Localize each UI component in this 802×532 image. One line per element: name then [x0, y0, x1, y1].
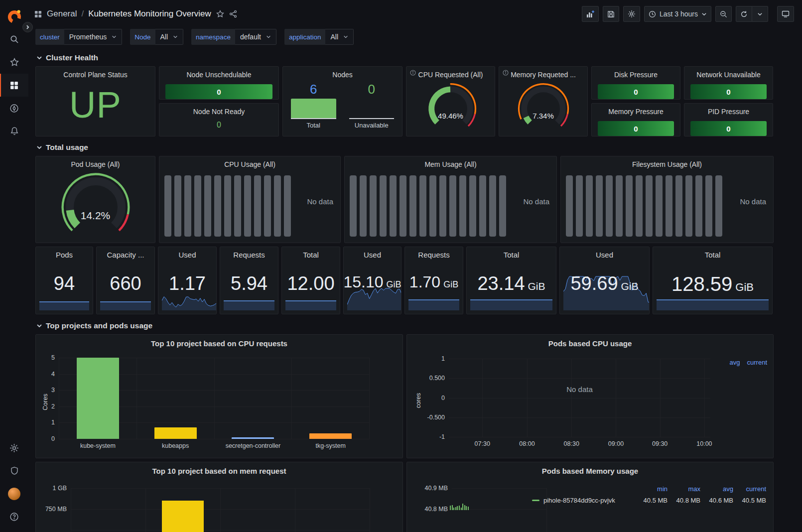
legend-header-max[interactable]: max: [668, 485, 700, 493]
panel-title[interactable]: Requests: [405, 247, 463, 261]
bar-gauge-bar: [566, 175, 573, 237]
variable-namespace-label: namespace: [191, 29, 235, 45]
dashboards-icon[interactable]: [0, 74, 28, 97]
breadcrumb-separator: /: [81, 9, 84, 19]
panel-title[interactable]: Memory Requeted ...: [499, 67, 587, 80]
stat-value: 1.70: [409, 274, 440, 290]
bar-gauge-bar: [409, 175, 416, 237]
variable-node-value[interactable]: All: [155, 29, 184, 45]
panel-title[interactable]: Disk Pressure: [592, 67, 680, 80]
panel-title[interactable]: Pods based Memory usage: [407, 467, 773, 475]
section-cluster-health[interactable]: Cluster Health: [35, 50, 795, 66]
panel-title[interactable]: Memory Pressure: [592, 104, 680, 117]
apps-grid-icon[interactable]: [34, 10, 42, 18]
breadcrumb-folder[interactable]: General: [47, 9, 77, 19]
panel-title[interactable]: CPU Usage (All): [159, 156, 340, 170]
bar-gauge-bar: [576, 175, 583, 237]
variable-node-label: Node: [130, 29, 155, 45]
panel-title[interactable]: Pods: [36, 247, 93, 261]
bar-secretgen-controller: [232, 437, 274, 439]
stat-cpu-total: Total 12.00: [281, 247, 340, 314]
panel-title[interactable]: PID Pressure: [684, 104, 773, 117]
cycle-view-mode-button[interactable]: [777, 6, 794, 22]
star-dashboard-icon[interactable]: [216, 10, 224, 18]
panel-title[interactable]: Node Unschedulable: [159, 67, 278, 80]
save-dashboard-button[interactable]: [603, 6, 619, 22]
panel-title[interactable]: Control Plane Status: [36, 67, 155, 80]
panel-title[interactable]: Capacity ...: [97, 247, 154, 261]
chart-legend: avg current: [730, 359, 767, 366]
panel-title[interactable]: Total: [653, 247, 772, 261]
stat-value: 5.94: [231, 274, 267, 293]
variable-application-value[interactable]: All: [325, 29, 354, 45]
variable-namespace-value[interactable]: default: [235, 29, 276, 45]
explore-compass-icon[interactable]: [0, 97, 28, 120]
panel-title[interactable]: Top 10 project based on mem request: [36, 467, 402, 475]
legend-current[interactable]: current: [747, 359, 767, 366]
bar-gauge-bar: [370, 175, 377, 237]
panel-title[interactable]: Total: [282, 247, 340, 261]
panel-title[interactable]: CPU Requested (All): [406, 67, 495, 80]
panel-title[interactable]: Total: [467, 247, 556, 261]
share-dashboard-icon[interactable]: [229, 10, 237, 18]
legend-avg[interactable]: avg: [730, 359, 740, 366]
section-top-projects[interactable]: Top projects and pods usage: [35, 318, 795, 334]
main-area: General / Kubernetes Monitoring Overview: [28, 0, 802, 532]
stat-graph: [39, 301, 89, 310]
user-avatar[interactable]: [0, 482, 28, 505]
legend-header-min[interactable]: min: [635, 485, 668, 493]
y-axis-label: cores: [415, 393, 422, 408]
panel-title[interactable]: Nodes: [283, 67, 402, 80]
time-range-picker[interactable]: Last 3 hours: [644, 6, 711, 22]
stat-unit: GiB: [735, 281, 754, 294]
panel-info-icon[interactable]: [503, 70, 509, 76]
nodes-unavailable-bar: [349, 99, 395, 119]
dashboard-settings-button[interactable]: [623, 6, 640, 22]
admin-shield-icon[interactable]: [0, 459, 28, 482]
section-total-usage[interactable]: Total usage: [35, 139, 795, 156]
stat-unit: GiB: [621, 280, 639, 292]
zoom-out-button[interactable]: [715, 6, 732, 22]
variable-cluster-value[interactable]: Prometheus: [64, 29, 122, 45]
panel-title[interactable]: Network Unavailable: [684, 67, 773, 80]
panel-pods-memory-usage: Pods based Memory usage 40.9 MB 40.8 MB …: [406, 462, 774, 532]
stat-unit: GiB: [443, 279, 458, 290]
legend-series-name[interactable]: pihole-85784dd9cc-pvjvk: [532, 497, 635, 504]
pressure-stack-2: Network Unavailable 0 PID Pressure 0: [684, 66, 773, 136]
expand-sidebar-button[interactable]: [22, 22, 33, 32]
panel-pod-usage: Pod Usage (All) 14.2%: [35, 156, 155, 243]
mem-usage-bar-gauge: [350, 175, 509, 237]
bar-slots: kube-system kubeapps secretgen-controlle…: [59, 358, 370, 439]
bar-gauge-bar: [459, 175, 466, 237]
panel-title[interactable]: Node Not Ready: [159, 104, 278, 117]
refresh-button[interactable]: [736, 6, 752, 22]
dashboard-topbar: General / Kubernetes Monitoring Overview: [28, 0, 802, 28]
add-panel-button[interactable]: [582, 6, 599, 22]
bar-gauge-bar: [350, 175, 357, 237]
legend-header-row: min max avg current: [532, 483, 766, 495]
legend-header-current[interactable]: current: [733, 485, 766, 493]
nodes-total-label: Total: [291, 122, 336, 129]
stat-sparkline: [162, 291, 217, 310]
legend-header-avg[interactable]: avg: [700, 485, 733, 493]
no-data-label: No data: [740, 197, 766, 205]
panel-title[interactable]: Used: [560, 247, 649, 261]
page-title[interactable]: Kubernetes Monitoring Overview: [88, 9, 211, 19]
panel-info-icon[interactable]: [410, 70, 416, 76]
starred-icon[interactable]: [0, 51, 28, 74]
pid-pressure-bar: 0: [690, 121, 767, 136]
panel-title[interactable]: Filesystem Usage (All): [561, 156, 773, 170]
refresh-interval-dropdown[interactable]: [752, 6, 768, 22]
panel-title[interactable]: Requests: [220, 247, 278, 261]
alerting-bell-icon[interactable]: [0, 120, 28, 142]
panel-title[interactable]: Top 10 project based on CPU requests: [36, 339, 402, 348]
sidebar: [0, 0, 28, 532]
panel-cpu-requested: CPU Requested (All) 49.46%: [406, 66, 495, 136]
panel-title[interactable]: Used: [158, 247, 216, 261]
panel-title[interactable]: Used: [344, 247, 401, 261]
help-icon[interactable]: [0, 505, 28, 528]
panel-node-not-ready: Node Not Ready 0: [159, 103, 279, 136]
configuration-gear-icon[interactable]: [0, 436, 28, 459]
panel-title[interactable]: Pods based CPU usage: [407, 339, 773, 348]
panel-title[interactable]: Mem Usage (All): [345, 156, 556, 170]
